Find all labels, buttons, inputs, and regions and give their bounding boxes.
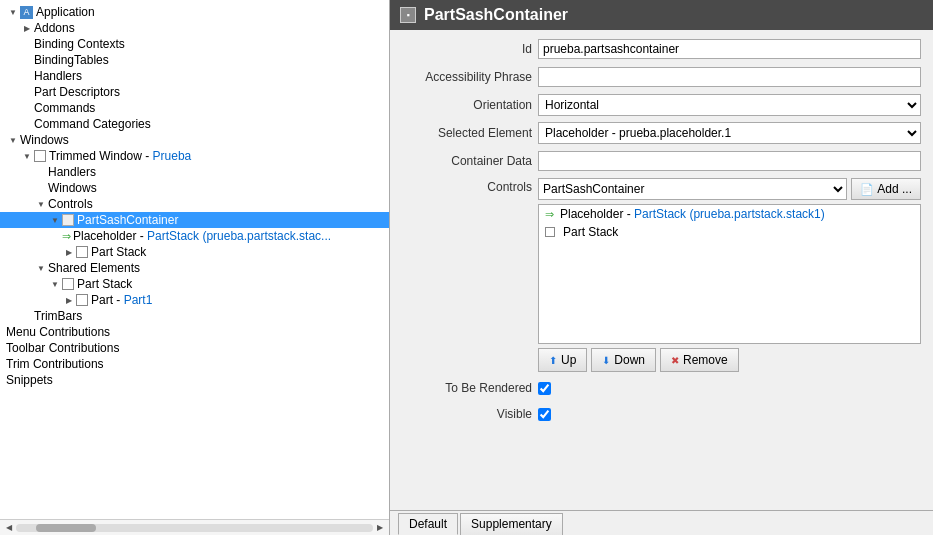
toggle-part-1[interactable] [62,295,76,305]
tree-label-commands: Commands [34,101,95,115]
tree-item-windows-2[interactable]: Windows [0,180,389,196]
tree-item-binding-tables[interactable]: BindingTables [0,52,389,68]
tree-item-trim-contributions[interactable]: Trim Contributions [0,356,389,372]
toggle-part-stack-2[interactable] [48,279,62,289]
tab-supplementary[interactable]: Supplementary [460,513,563,535]
toggle-shared-elements[interactable] [34,263,48,273]
tree-label-binding-tables: BindingTables [34,53,109,67]
controls-top: PartSashContainer 📄 Add ... [538,178,921,200]
orientation-field[interactable]: Horizontal Vertical [538,94,921,116]
tree-label-part-stack-2: Part Stack [77,277,132,291]
tree-item-trimmed-window[interactable]: Trimmed Window - Prueba [0,148,389,164]
tree-item-part-1[interactable]: Part - Part1 [0,292,389,308]
tree-label-addons: Addons [34,21,75,35]
tree-item-handlers-1[interactable]: Handlers [0,68,389,84]
up-button[interactable]: Up [538,348,587,372]
tree-item-part-stack-1[interactable]: Part Stack [0,244,389,260]
scroll-right-arrow[interactable]: ▶ [373,521,387,535]
detail-title: PartSashContainer [424,6,568,24]
tree-item-commands[interactable]: Commands [0,100,389,116]
tree-label-toolbar-contributions: Toolbar Contributions [6,341,119,355]
tab-default[interactable]: Default [398,513,458,535]
controls-label: Controls [402,178,532,194]
tree-item-part-descriptors[interactable]: Part Descriptors [0,84,389,100]
controls-list-item-placeholder[interactable]: ⇒ Placeholder - PartStack (prueba.partst… [539,205,920,223]
scroll-left-arrow[interactable]: ◀ [2,521,16,535]
remove-button[interactable]: Remove [660,348,739,372]
controls-list-item-partstack-text: Part Stack [563,225,618,239]
accessibility-label: Accessibility Phrase [402,70,532,84]
scroll-track[interactable] [16,524,373,532]
tree-item-command-categories[interactable]: Command Categories [0,116,389,132]
tree-label-command-categories: Command Categories [34,117,151,131]
id-input[interactable] [538,39,921,59]
right-panel: ▪ PartSashContainer Id Accessibility Phr… [390,0,933,535]
tree-item-snippets[interactable]: Snippets [0,372,389,388]
toggle-controls-1[interactable] [34,199,48,209]
accessibility-field[interactable] [538,67,921,87]
scroll-thumb[interactable] [36,524,96,532]
tree-item-toolbar-contributions[interactable]: Toolbar Contributions [0,340,389,356]
visible-label: Visible [402,407,532,421]
down-label: Down [614,353,645,367]
to-be-rendered-label: To Be Rendered [402,381,532,395]
container-data-label: Container Data [402,154,532,168]
to-be-rendered-row: To Be Rendered [402,378,921,398]
toggle-trimmed-window[interactable] [20,151,34,161]
tree-item-trimbars[interactable]: TrimBars [0,308,389,324]
remove-icon [671,353,679,367]
tree-item-handlers-2[interactable]: Handlers [0,164,389,180]
tree-item-shared-elements[interactable]: Shared Elements [0,260,389,276]
id-row: Id [402,38,921,60]
trimmed-window-icon [34,150,46,162]
up-label: Up [561,353,576,367]
placeholder-text-main: Placeholder [560,207,623,221]
tree-label-windows-2: Windows [48,181,97,195]
controls-list[interactable]: ⇒ Placeholder - PartStack (prueba.partst… [538,204,921,344]
orientation-label: Orientation [402,98,532,112]
toggle-addons[interactable] [20,23,34,33]
to-be-rendered-checkbox[interactable] [538,382,551,395]
controls-list-item-partstack[interactable]: Part Stack [539,223,920,241]
toggle-windows[interactable] [6,135,20,145]
add-button[interactable]: 📄 Add ... [851,178,921,200]
selected-element-row: Selected Element Placeholder - prueba.pl… [402,122,921,144]
controls-type-select[interactable]: PartSashContainer [538,178,847,200]
detail-header: ▪ PartSashContainer [390,0,933,30]
tree-item-windows[interactable]: Windows [0,132,389,148]
tree-item-partsash[interactable]: PartSashContainer [0,212,389,228]
tree-label-controls-1: Controls [48,197,93,211]
tree-item-menu-contributions[interactable]: Menu Contributions [0,324,389,340]
selected-element-field[interactable]: Placeholder - prueba.placeholder.1 [538,122,921,144]
accessibility-input[interactable] [538,67,921,87]
tree-container[interactable]: A Application Addons Binding Contexts Bi… [0,0,389,519]
selected-element-label: Selected Element [402,126,532,140]
tree-item-binding-contexts[interactable]: Binding Contexts [0,36,389,52]
id-field[interactable] [538,39,921,59]
visible-checkbox[interactable] [538,408,551,421]
orientation-select[interactable]: Horizontal Vertical [538,94,921,116]
controls-row: Controls PartSashContainer 📄 Add ... ⇒ [402,178,921,372]
container-data-field[interactable] [538,151,921,171]
visible-row: Visible [402,404,921,424]
tree-label-trim-contributions: Trim Contributions [6,357,104,371]
down-button[interactable]: Down [591,348,656,372]
tree-label-trimmed-window: Trimmed Window - Prueba [49,149,191,163]
tree-label-placeholder-1: Placeholder - PartStack (prueba.partstac… [73,229,331,243]
tree-item-application[interactable]: A Application [0,4,389,20]
tree-item-part-stack-2[interactable]: Part Stack [0,276,389,292]
tree-label-binding-contexts: Binding Contexts [34,37,125,51]
toggle-part-stack-1[interactable] [62,247,76,257]
remove-label: Remove [683,353,728,367]
container-data-input[interactable] [538,151,921,171]
up-icon [549,353,557,367]
tree-label-handlers-2: Handlers [48,165,96,179]
tree-item-placeholder-1[interactable]: ⇒ Placeholder - PartStack (prueba.partst… [0,228,389,244]
tree-item-controls-1[interactable]: Controls [0,196,389,212]
toggle-partsash[interactable] [48,215,62,225]
tree-item-addons[interactable]: Addons [0,20,389,36]
toggle-application[interactable] [6,7,20,17]
add-label: Add ... [877,182,912,196]
selected-element-select[interactable]: Placeholder - prueba.placeholder.1 [538,122,921,144]
horizontal-scrollbar[interactable]: ◀ ▶ [0,519,389,535]
